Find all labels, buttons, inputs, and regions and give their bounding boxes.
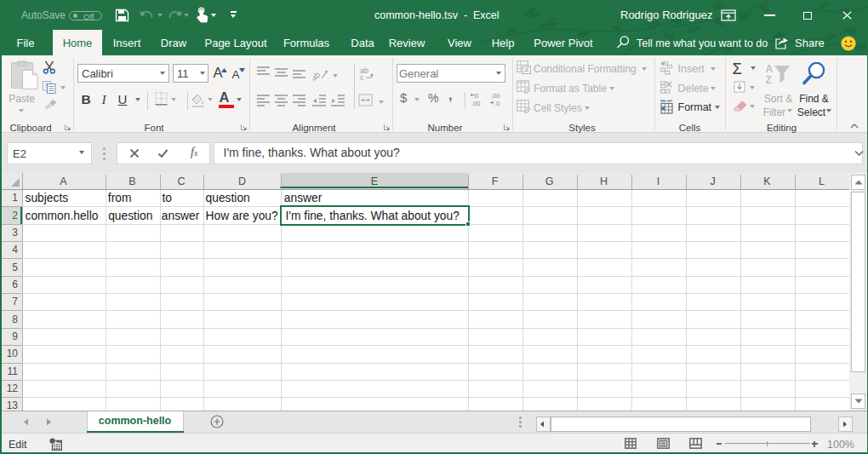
svg-text:ab: ab: [313, 70, 322, 81]
svg-text:.00: .00: [491, 92, 500, 100]
svg-text:c: c: [360, 73, 364, 81]
svg-text:.00: .00: [471, 100, 480, 106]
svg-text:.0: .0: [494, 100, 500, 106]
svg-text:.0: .0: [473, 92, 478, 100]
